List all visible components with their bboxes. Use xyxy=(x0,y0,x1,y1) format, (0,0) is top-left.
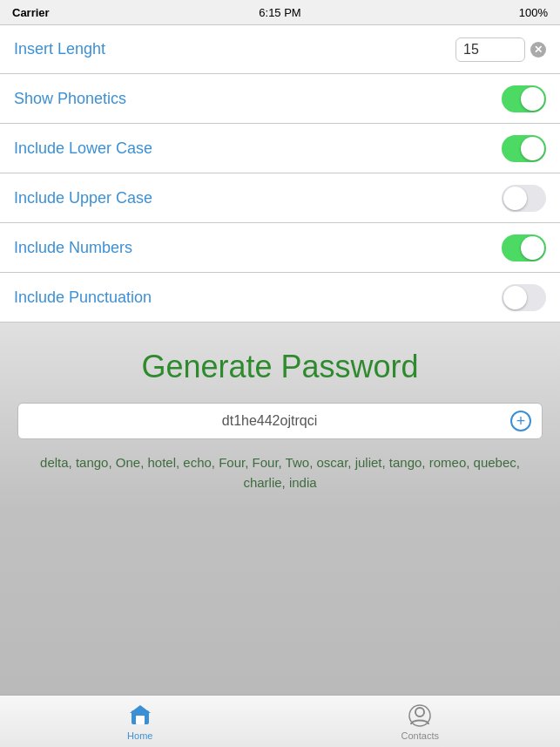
insert-length-label: Insert Lenght xyxy=(14,40,105,58)
password-value: dt1he442ojtrqci xyxy=(29,413,510,429)
row-show-phonetics: Show Phonetics xyxy=(0,74,560,124)
battery-label: 100% xyxy=(519,6,548,19)
toggle-include-upper-case[interactable] xyxy=(502,185,546,212)
label-include-lower-case: Include Lower Case xyxy=(14,139,152,158)
tab-bar: Home Contacts xyxy=(0,695,560,747)
svg-marker-2 xyxy=(130,705,151,713)
label-show-phonetics: Show Phonetics xyxy=(14,90,126,108)
insert-length-row: Insert Lenght ✕ xyxy=(0,24,560,74)
toggle-include-lower-case[interactable] xyxy=(502,135,546,162)
label-include-numbers: Include Numbers xyxy=(14,239,132,257)
toggle-knob-include-numbers xyxy=(521,236,544,260)
toggle-knob-show-phonetics xyxy=(521,87,544,111)
toggle-show-phonetics[interactable] xyxy=(502,85,546,112)
tab-home[interactable]: Home xyxy=(0,703,280,741)
phonetics-text: delta, tango, One, hotel, echo, Four, Fo… xyxy=(14,453,546,492)
tab-home-label: Home xyxy=(127,730,152,741)
tab-contacts-label: Contacts xyxy=(401,730,439,741)
password-display-row: dt1he442ojtrqci + xyxy=(17,403,543,439)
insert-length-input-group: ✕ xyxy=(455,37,546,62)
main-content: Generate Password dt1he442ojtrqci + delt… xyxy=(0,323,560,510)
label-include-upper-case: Include Upper Case xyxy=(14,189,152,207)
toggle-rows-section: Show PhoneticsInclude Lower CaseInclude … xyxy=(0,74,560,323)
label-include-punctuation: Include Punctuation xyxy=(14,289,152,307)
row-include-upper-case: Include Upper Case xyxy=(0,173,560,223)
toggle-include-numbers[interactable] xyxy=(502,234,546,261)
clear-button[interactable]: ✕ xyxy=(530,42,546,58)
toggle-knob-include-upper-case xyxy=(503,187,527,210)
row-include-lower-case: Include Lower Case xyxy=(0,124,560,173)
home-icon xyxy=(127,703,153,729)
row-include-numbers: Include Numbers xyxy=(0,223,560,273)
carrier-label: Carrier xyxy=(12,6,50,19)
row-include-punctuation: Include Punctuation xyxy=(0,273,560,323)
svg-point-3 xyxy=(415,708,424,716)
status-bar: Carrier 6:15 PM 100% xyxy=(0,0,560,24)
contacts-icon xyxy=(407,703,433,729)
svg-rect-1 xyxy=(136,716,145,724)
toggle-include-punctuation[interactable] xyxy=(502,284,546,311)
toggle-knob-include-punctuation xyxy=(503,286,527,309)
toggle-knob-include-lower-case xyxy=(521,137,544,160)
insert-length-field[interactable] xyxy=(455,37,525,62)
tab-contacts[interactable]: Contacts xyxy=(280,703,561,741)
add-to-contacts-button[interactable]: + xyxy=(510,411,531,431)
generate-password-title[interactable]: Generate Password xyxy=(14,349,546,385)
time-label: 6:15 PM xyxy=(259,6,300,19)
